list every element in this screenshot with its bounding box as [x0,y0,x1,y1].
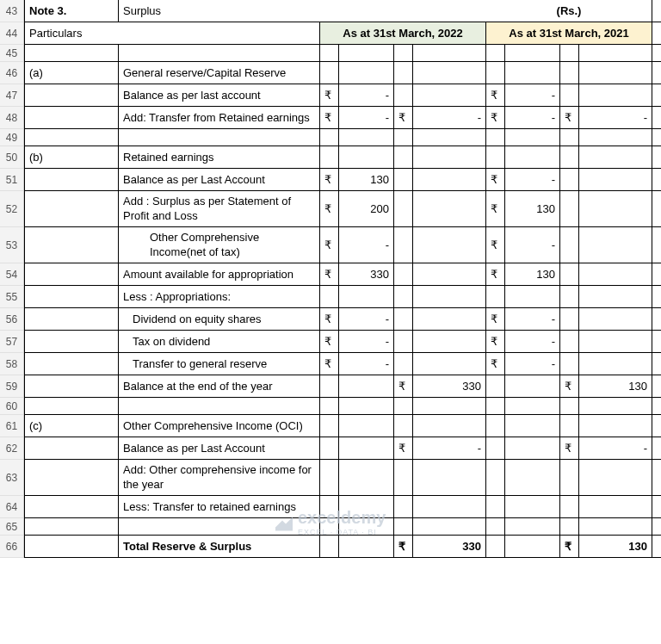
cell-64-i[interactable] [560,496,579,517]
cell-53-j[interactable] [579,227,652,263]
row-header-58[interactable]: 58 [0,353,23,375]
cell-55-f[interactable] [413,286,486,307]
cell-51-b[interactable]: Balance as per Last Account [119,169,320,190]
cell-65-h[interactable] [505,518,560,535]
cell-56-g[interactable]: ₹ [486,308,505,330]
cell-52-j[interactable] [579,191,652,226]
row-header-48[interactable]: 48 [0,107,23,129]
cell-45-f[interactable] [413,45,486,61]
cell-61-a[interactable]: (c) [24,415,119,437]
cell-50-d[interactable] [339,146,394,168]
cell-45-b[interactable] [119,45,320,61]
cell-47-i[interactable] [560,84,579,106]
cell-54-d[interactable]: 330 [339,263,394,285]
cell-58-e[interactable] [394,353,413,375]
cell-58-c[interactable]: ₹ [320,353,339,375]
cell-60-a[interactable] [24,398,119,414]
row-header-44[interactable]: 44 [0,22,23,45]
cell-60-f[interactable] [413,398,486,414]
cell-63-g[interactable] [486,460,505,495]
currency-label[interactable]: (Rs.) [486,0,652,22]
cell-62-f[interactable]: - [413,437,486,459]
cell-55-d[interactable] [339,286,394,307]
cell-63-e[interactable] [394,460,413,495]
cell-57-g[interactable]: ₹ [486,331,505,352]
cell-49-f[interactable] [413,129,486,146]
cell-66-h[interactable] [505,536,560,557]
cell-57-c[interactable]: ₹ [320,331,339,352]
cell-50-j[interactable] [579,146,652,168]
cell-66-f[interactable]: 330 [413,536,486,557]
cell-61-h[interactable] [505,415,560,437]
cell-59-a[interactable] [24,375,119,397]
cell-48-a[interactable] [24,107,119,128]
cell-59-h[interactable] [505,375,560,397]
cell-58-f[interactable] [413,353,486,375]
cell-47-d[interactable]: - [339,84,394,106]
cell-64-c[interactable] [320,496,339,517]
cell-64-a[interactable] [24,496,119,517]
cell-66-c[interactable] [320,536,339,557]
cell-61-j[interactable] [579,415,652,437]
cell-64-f[interactable] [413,496,486,517]
cell-65-b[interactable] [119,518,320,535]
cell-53-e[interactable] [394,227,413,263]
cell-50-f[interactable] [413,146,486,168]
cell-63-a[interactable] [24,460,119,495]
cell-63-h[interactable] [505,460,560,495]
row-header-53[interactable]: 53 [0,227,23,263]
cell-50-e[interactable] [394,146,413,168]
cell-56-a[interactable] [24,308,119,330]
cell-54-g[interactable]: ₹ [486,263,505,285]
row-header-47[interactable]: 47 [0,84,23,107]
cell-61-i[interactable] [560,415,579,437]
cell-53-f[interactable] [413,227,486,263]
cell-55-b[interactable]: Less : Appropriations: [119,286,320,307]
cell-62-g[interactable] [486,437,505,459]
cell-51-h[interactable]: - [505,169,560,190]
row-header-64[interactable]: 64 [0,496,23,518]
cell-52-d[interactable]: 200 [339,191,394,226]
cell-45-a[interactable] [24,45,119,61]
cell-54-e[interactable] [394,263,413,285]
cell-48-h[interactable]: - [505,107,560,128]
cell-58-a[interactable] [24,353,119,375]
row-header-59[interactable]: 59 [0,375,23,398]
cell-57-b[interactable]: Tax on dividend [119,331,320,352]
cell-65-c[interactable] [320,518,339,535]
cell-66-b[interactable]: Total Reserve & Surplus [119,536,320,557]
row-header-52[interactable]: 52 [0,191,23,227]
note-title[interactable]: Surplus [119,0,486,22]
cell-64-h[interactable] [505,496,560,517]
cell-64-d[interactable] [339,496,394,517]
cell-50-a[interactable]: (b) [24,146,119,168]
cell-56-b[interactable]: Dividend on equity shares [119,308,320,330]
cell-53-c[interactable]: ₹ [320,227,339,263]
cell-52-b[interactable]: Add : Surplus as per Statement of Profit… [119,191,320,226]
cell-55-a[interactable] [24,286,119,307]
row-header-56[interactable]: 56 [0,308,23,331]
cell-57-e[interactable] [394,331,413,352]
cell-53-i[interactable] [560,227,579,263]
cell-50-i[interactable] [560,146,579,168]
cell-57-d[interactable]: - [339,331,394,352]
cell-49-i[interactable] [560,129,579,146]
cell-60-c[interactable] [320,398,339,414]
cell-46-e[interactable] [394,62,413,84]
cell-60-e[interactable] [394,398,413,414]
cell-46-b[interactable]: General reserve/Capital Reserve [119,62,320,84]
row-header-43[interactable]: 43 [0,0,23,22]
cell-47-h[interactable]: - [505,84,560,106]
cell-62-c[interactable] [320,437,339,459]
cell-51-i[interactable] [560,169,579,190]
row-header-63[interactable]: 63 [0,460,23,496]
cell-63-b[interactable]: Add: Other comprehensive income for the … [119,460,320,495]
cell-61-g[interactable] [486,415,505,437]
row-header-55[interactable]: 55 [0,286,23,308]
cell-56-c[interactable]: ₹ [320,308,339,330]
cell-53-h[interactable]: - [505,227,560,263]
cell-46-h[interactable] [505,62,560,84]
cell-49-d[interactable] [339,129,394,146]
cell-52-f[interactable] [413,191,486,226]
cell-61-f[interactable] [413,415,486,437]
